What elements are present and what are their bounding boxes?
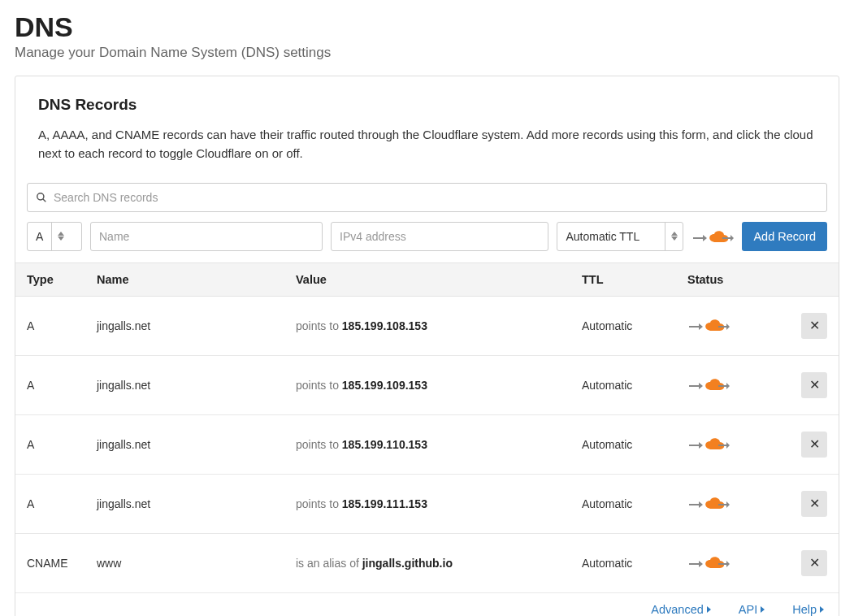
cell-type: A	[15, 355, 89, 414]
delete-record-button[interactable]: ✕	[801, 550, 827, 576]
cell-status	[679, 533, 793, 592]
cell-actions: ✕	[793, 355, 839, 414]
svg-marker-11	[699, 383, 703, 389]
proxy-toggle[interactable]	[691, 225, 734, 248]
cell-name: jingalls.net	[89, 414, 288, 474]
svg-marker-7	[699, 323, 703, 330]
cell-type: CNAME	[15, 533, 89, 592]
proxy-toggle[interactable]	[687, 551, 730, 574]
cell-status	[679, 414, 793, 474]
cell-value: points to 185.199.111.153	[288, 474, 574, 533]
table-row[interactable]: Ajingalls.netpoints to 185.199.108.153Au…	[15, 296, 839, 355]
chevron-right-icon	[761, 606, 765, 613]
svg-marker-5	[730, 235, 734, 241]
record-type-value: A	[28, 230, 51, 243]
cell-name: jingalls.net	[89, 355, 288, 414]
cell-type: A	[15, 474, 89, 533]
proxy-toggle[interactable]	[687, 314, 730, 336]
chevron-right-icon	[820, 606, 824, 613]
cell-actions: ✕	[793, 474, 839, 533]
svg-marker-19	[699, 501, 703, 508]
record-value-input[interactable]	[332, 230, 548, 243]
search-icon	[36, 192, 47, 203]
page-subtitle: Manage your Domain Name System (DNS) set…	[15, 45, 839, 61]
cell-status	[679, 296, 793, 355]
cell-value: points to 185.199.108.153	[288, 296, 574, 355]
stepper-icon	[51, 223, 69, 250]
record-type-select[interactable]: A	[27, 222, 82, 251]
chevron-right-icon	[707, 606, 711, 613]
cell-type: A	[15, 296, 89, 355]
cell-name: www	[89, 533, 288, 592]
card-title: DNS Records	[38, 96, 816, 114]
cell-value: points to 185.199.109.153	[288, 355, 574, 414]
table-row[interactable]: Ajingalls.netpoints to 185.199.110.153Au…	[15, 414, 839, 474]
cell-actions: ✕	[793, 296, 839, 355]
cell-ttl: Automatic	[574, 474, 679, 533]
table-row[interactable]: Ajingalls.netpoints to 185.199.109.153Au…	[15, 355, 839, 414]
add-record-button[interactable]: Add Record	[742, 222, 827, 251]
delete-record-button[interactable]: ✕	[801, 491, 827, 517]
svg-marker-21	[726, 501, 730, 508]
cell-status	[679, 474, 793, 533]
record-ttl-select[interactable]: Automatic TTL	[557, 222, 683, 251]
cell-value: points to 185.199.110.153	[288, 414, 574, 474]
svg-point-0	[37, 193, 44, 199]
stepper-icon	[665, 223, 683, 250]
record-value-field[interactable]	[331, 222, 548, 251]
proxy-toggle[interactable]	[687, 432, 730, 455]
page-title: DNS	[15, 11, 839, 43]
col-header-name: Name	[89, 262, 288, 296]
cell-ttl: Automatic	[574, 414, 679, 474]
svg-marker-3	[703, 235, 707, 241]
table-row[interactable]: Ajingalls.netpoints to 185.199.111.153Au…	[15, 474, 839, 533]
search-input[interactable]	[54, 191, 818, 204]
record-name-field[interactable]	[90, 222, 323, 251]
api-link[interactable]: API	[739, 603, 765, 616]
col-header-type: Type	[15, 262, 89, 296]
svg-marker-15	[699, 442, 703, 449]
col-header-actions	[793, 262, 839, 296]
delete-record-button[interactable]: ✕	[801, 432, 827, 458]
record-name-input[interactable]	[91, 230, 322, 243]
cell-name: jingalls.net	[89, 296, 288, 355]
card-description: A, AAAA, and CNAME records can have thei…	[38, 125, 816, 163]
advanced-link[interactable]: Advanced	[651, 603, 711, 616]
svg-marker-17	[726, 442, 730, 449]
svg-marker-13	[726, 383, 730, 389]
cell-type: A	[15, 414, 89, 474]
cell-ttl: Automatic	[574, 296, 679, 355]
proxy-toggle[interactable]	[687, 373, 730, 396]
search-input-container[interactable]	[27, 183, 827, 212]
svg-marker-9	[726, 323, 730, 330]
help-link[interactable]: Help	[792, 603, 824, 616]
cloud-proxied-icon	[691, 227, 734, 246]
cell-name: jingalls.net	[89, 474, 288, 533]
cell-ttl: Automatic	[574, 355, 679, 414]
cell-value: is an alias of jingalls.github.io	[288, 533, 574, 592]
dns-records-table: Type Name Value TTL Status Ajingalls.net…	[15, 262, 839, 593]
delete-record-button[interactable]: ✕	[801, 372, 827, 398]
col-header-value: Value	[288, 262, 574, 296]
cell-ttl: Automatic	[574, 533, 679, 592]
add-record-form: A Automatic TTL	[27, 222, 827, 251]
cell-actions: ✕	[793, 414, 839, 474]
card-footer-links: Advanced API Help	[15, 593, 839, 617]
table-row[interactable]: CNAMEwwwis an alias of jingalls.github.i…	[15, 533, 839, 592]
cell-actions: ✕	[793, 533, 839, 592]
svg-marker-23	[699, 561, 703, 567]
cell-status	[679, 355, 793, 414]
svg-line-1	[43, 198, 46, 202]
delete-record-button[interactable]: ✕	[801, 313, 827, 339]
proxy-toggle[interactable]	[687, 492, 730, 514]
col-header-status: Status	[679, 262, 793, 296]
col-header-ttl: TTL	[574, 262, 679, 296]
dns-records-card: DNS Records A, AAAA, and CNAME records c…	[15, 76, 839, 616]
record-ttl-value: Automatic TTL	[557, 230, 665, 243]
svg-marker-25	[726, 561, 730, 567]
